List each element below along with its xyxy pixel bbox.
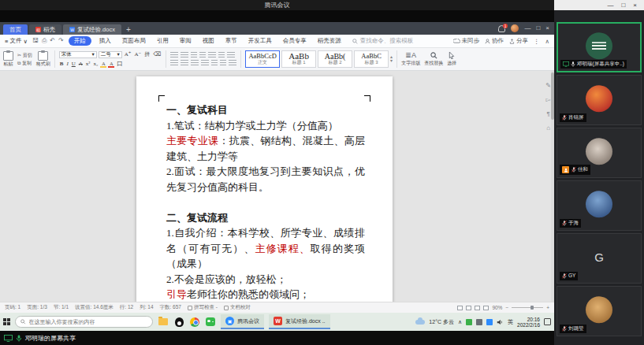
menu-docer-res[interactable]: 稻壳资源 (315, 36, 344, 46)
taskbar-app-wps[interactable]: W 复试经验.docx .. (269, 314, 330, 329)
spell-check-toggle[interactable]: 拼写检查 - (188, 304, 218, 311)
start-button[interactable] (3, 318, 10, 325)
zoom-out-icon[interactable]: − (505, 305, 508, 310)
strikethrough-button[interactable]: A (78, 61, 84, 67)
search-input[interactable] (29, 319, 147, 325)
menu-section[interactable]: 章节 (222, 36, 240, 46)
wps-close-icon[interactable]: × (545, 25, 549, 32)
align-left-button[interactable] (170, 60, 178, 66)
borders-button[interactable] (229, 60, 236, 66)
document-page[interactable]: 一、复试科目 1.笔试：结构力学或土力学（分值高） 主要专业课：抗震、钢结构、混… (136, 76, 393, 302)
align-right-button[interactable] (191, 60, 199, 66)
style-heading3[interactable]: AaBbC 标题 3 (354, 50, 389, 68)
subscript-button[interactable]: x₂ (92, 61, 99, 67)
style-heading1[interactable]: AaBb 标题 1 (281, 50, 316, 68)
participant-tile[interactable]: G GY (557, 233, 642, 284)
clear-format-button[interactable]: ⌫ (152, 51, 162, 58)
format-painter-button[interactable]: 格式刷 (36, 51, 50, 68)
cloud-sync-button[interactable]: 未同步 (453, 37, 480, 45)
view-mode-icon[interactable] (457, 306, 463, 310)
find-replace-tool[interactable]: 查找替换 (424, 52, 443, 67)
font-color-button[interactable]: A (108, 61, 114, 67)
tab-document[interactable]: W 复试经验.docx (63, 24, 121, 35)
tab-docer[interactable]: 稻 稻壳 (29, 24, 61, 35)
redo-icon[interactable]: ↷ (58, 37, 64, 45)
select-tool[interactable]: 选择 (447, 52, 456, 67)
numbered-list-button[interactable] (181, 52, 188, 58)
new-tab-button[interactable]: + (126, 24, 131, 35)
wps-minimize-icon[interactable]: — (524, 25, 530, 32)
input-language[interactable]: 英 (508, 318, 513, 326)
paste-button[interactable]: 粘贴 (3, 51, 13, 68)
menu-member[interactable]: 会员专享 (280, 36, 310, 46)
view-mode-icon[interactable] (483, 306, 489, 310)
wps-maximize-icon[interactable]: □ (536, 25, 540, 32)
italic-button[interactable]: I (65, 61, 69, 67)
minimize-icon[interactable]: — (607, 2, 613, 9)
tray-settings-icon[interactable] (476, 319, 482, 325)
enclose-char-button[interactable]: 囗 (116, 60, 123, 68)
undo-icon[interactable]: ↶ (50, 37, 55, 45)
menu-page-layout[interactable]: 页面布局 (119, 36, 149, 46)
phonetic-guide-button[interactable]: 拼 (143, 50, 151, 58)
zoom-level[interactable]: 90% (492, 305, 502, 310)
grow-font-button[interactable]: A⁺ (124, 51, 132, 58)
save-icon[interactable]: 🖫 (32, 37, 39, 45)
shading-button[interactable] (220, 60, 226, 66)
participant-tile[interactable]: 肖锦屏 (557, 75, 642, 125)
taskbar-app-meeting[interactable]: ▣ 腾讯会议 (221, 314, 264, 329)
tab-home[interactable]: 首页 (3, 24, 28, 35)
text-layout-tool[interactable]: ≣A 文字排版 (401, 52, 420, 67)
bold-button[interactable]: B (59, 61, 65, 67)
user-avatar[interactable] (511, 24, 519, 32)
chrome-icon[interactable] (189, 317, 200, 328)
close-icon[interactable]: × (633, 2, 637, 9)
taskbar-clock[interactable]: 20:16 2022/2/16 (517, 317, 540, 328)
cursor-tool-icon[interactable]: ▻ (546, 96, 551, 103)
menu-review[interactable]: 审阅 (177, 36, 195, 46)
line-spacing-button[interactable] (211, 60, 218, 66)
zoom-slider[interactable] (512, 307, 543, 308)
show-marks-button[interactable] (227, 52, 235, 58)
wechat-icon[interactable] (205, 317, 216, 328)
font-name-select[interactable]: 宋体 ▾ (59, 51, 97, 58)
qq-icon[interactable] (173, 317, 184, 328)
status-word-count[interactable]: 字数: 657 (160, 304, 181, 311)
file-menu-button[interactable]: ≡ 文件 ∨ (5, 37, 28, 45)
increase-indent-button[interactable] (199, 52, 206, 58)
menu-start[interactable]: 开始 (69, 36, 91, 46)
view-mode-icon[interactable] (475, 306, 480, 310)
zoom-slider-thumb[interactable] (530, 306, 534, 310)
tray-meeting-icon[interactable] (486, 319, 493, 325)
speaker-icon[interactable] (497, 319, 504, 325)
align-center-button[interactable] (181, 60, 188, 66)
justify-button[interactable] (201, 60, 209, 66)
text-direction-button[interactable] (208, 52, 216, 58)
participant-tile[interactable]: 刘璐莹 (557, 286, 642, 336)
meeting-title-area[interactable]: 腾讯会议 (0, 0, 554, 10)
copy-button[interactable]: ⧉ 复制 (17, 60, 32, 67)
menu-dev-tools[interactable]: 开发工具 (245, 36, 275, 46)
decrease-indent-button[interactable] (191, 52, 197, 58)
participant-tile[interactable]: 于海 (557, 180, 642, 231)
edit-pen-icon[interactable]: ✎ (545, 82, 551, 89)
command-search[interactable]: 查找命令、搜索模板 (352, 37, 414, 45)
sort-button[interactable] (218, 52, 225, 58)
bullet-list-button[interactable] (170, 52, 178, 58)
collaborate-button[interactable]: 协作 (485, 37, 504, 45)
print-icon[interactable]: ⎙ (42, 37, 47, 45)
file-explorer-icon[interactable] (158, 317, 169, 328)
weather-text[interactable]: 12°C 多云 (429, 318, 454, 326)
comment-tool-icon[interactable]: ¶ (547, 110, 550, 117)
nav-pane-icon[interactable]: ⌂ (546, 124, 550, 132)
notification-bell-icon[interactable]: 1 (498, 25, 505, 32)
participant-tile[interactable]: 佳和 (557, 128, 642, 178)
style-heading2[interactable]: AaBb( 标题 2 (318, 50, 352, 68)
tray-app-icon[interactable] (466, 319, 472, 325)
underline-button[interactable]: U (71, 61, 76, 67)
scroll-down-icon[interactable]: ▾ (390, 59, 393, 63)
style-normal[interactable]: AaBbCcD 正文 (245, 50, 280, 68)
cut-button[interactable]: ✂ 剪切 (17, 52, 32, 59)
tray-expand-icon[interactable]: ∧ (458, 319, 462, 325)
menu-references[interactable]: 引用 (154, 36, 172, 46)
